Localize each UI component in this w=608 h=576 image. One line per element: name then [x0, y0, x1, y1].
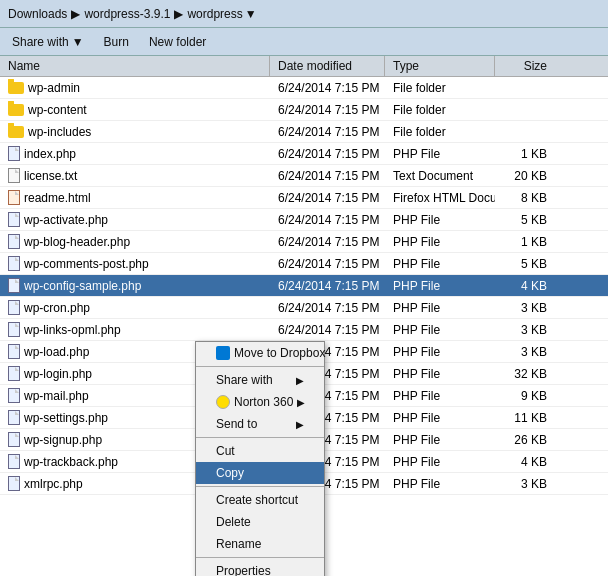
table-row[interactable]: wp-content 6/24/2014 7:15 PM File folder — [0, 99, 608, 121]
table-row[interactable]: wp-includes 6/24/2014 7:15 PM File folde… — [0, 121, 608, 143]
file-type: PHP File — [385, 431, 495, 449]
column-header: Name Date modified Type Size — [0, 56, 608, 77]
file-name: readme.html — [24, 191, 91, 205]
table-row[interactable]: license.txt 6/24/2014 7:15 PM Text Docum… — [0, 165, 608, 187]
file-name-cell: wp-activate.php — [0, 210, 270, 229]
dropbox-icon — [216, 346, 230, 360]
file-size: 3 KB — [495, 321, 555, 339]
ctx-move-to-dropbox[interactable]: Move to Dropbox — [196, 342, 324, 364]
file-name: wp-includes — [28, 125, 91, 139]
ctx-norton-360[interactable]: Norton 360 ▶ — [196, 391, 324, 413]
file-date: 6/24/2014 7:15 PM — [270, 123, 385, 141]
php-file-icon — [8, 476, 20, 491]
file-name: xmlrpc.php — [24, 477, 83, 491]
file-name-cell: wp-config-sample.php — [0, 276, 270, 295]
file-type: PHP File — [385, 255, 495, 273]
table-row[interactable]: wp-blog-header.php 6/24/2014 7:15 PM PHP… — [0, 231, 608, 253]
file-name-cell: license.txt — [0, 166, 270, 185]
main-area: Name Date modified Type Size wp-admin 6/… — [0, 56, 608, 576]
ctx-copy[interactable]: Copy — [196, 462, 324, 484]
ctx-sep-1 — [196, 366, 324, 367]
file-type: File folder — [385, 123, 495, 141]
file-name: wp-admin — [28, 81, 80, 95]
ctx-send-to[interactable]: Send to ▶ — [196, 413, 324, 435]
file-name-cell: wp-includes — [0, 123, 270, 141]
folder-icon — [8, 82, 24, 94]
php-file-icon — [8, 146, 20, 161]
breadcrumb[interactable]: Downloads ▶ wordpress-3.9.1 ▶ wordpress … — [8, 7, 257, 21]
php-file-icon — [8, 234, 20, 249]
file-date: 6/24/2014 7:15 PM — [270, 189, 385, 207]
file-size: 3 KB — [495, 475, 555, 493]
php-file-icon — [8, 454, 20, 469]
table-row[interactable]: wp-config-sample.php 6/24/2014 7:15 PM P… — [0, 275, 608, 297]
col-header-name[interactable]: Name — [0, 56, 270, 76]
file-name: wp-config-sample.php — [24, 279, 141, 293]
file-type: PHP File — [385, 453, 495, 471]
ctx-rename[interactable]: Rename — [196, 533, 324, 555]
file-name-cell: wp-links-opml.php — [0, 320, 270, 339]
file-name: wp-blog-header.php — [24, 235, 130, 249]
ctx-share-arrow: ▶ — [296, 375, 304, 386]
file-size: 20 KB — [495, 167, 555, 185]
table-row[interactable]: wp-admin 6/24/2014 7:15 PM File folder — [0, 77, 608, 99]
address-bar: Downloads ▶ wordpress-3.9.1 ▶ wordpress … — [0, 0, 608, 28]
file-type: PHP File — [385, 343, 495, 361]
file-name: wp-trackback.php — [24, 455, 118, 469]
file-name: wp-settings.php — [24, 411, 108, 425]
txt-file-icon — [8, 168, 20, 183]
php-file-icon — [8, 322, 20, 337]
php-file-icon — [8, 432, 20, 447]
ctx-sep-4 — [196, 557, 324, 558]
php-file-icon — [8, 366, 20, 381]
html-file-icon — [8, 190, 20, 205]
norton-icon — [216, 395, 230, 409]
file-date: 6/24/2014 7:15 PM — [270, 233, 385, 251]
php-file-icon — [8, 278, 20, 293]
breadcrumb-downloads[interactable]: Downloads — [8, 7, 67, 21]
table-row[interactable]: wp-cron.php 6/24/2014 7:15 PM PHP File 3… — [0, 297, 608, 319]
file-type: Firefox HTML Docu... — [385, 189, 495, 207]
file-size: 32 KB — [495, 365, 555, 383]
file-type: PHP File — [385, 387, 495, 405]
file-size: 9 KB — [495, 387, 555, 405]
ctx-create-shortcut[interactable]: Create shortcut — [196, 489, 324, 511]
file-type: PHP File — [385, 145, 495, 163]
share-with-button[interactable]: Share with ▼ — [8, 33, 88, 51]
table-row[interactable]: wp-activate.php 6/24/2014 7:15 PM PHP Fi… — [0, 209, 608, 231]
file-size: 5 KB — [495, 211, 555, 229]
file-name: wp-signup.php — [24, 433, 102, 447]
file-type: PHP File — [385, 277, 495, 295]
file-size: 1 KB — [495, 233, 555, 251]
php-file-icon — [8, 256, 20, 271]
breadcrumb-wp391[interactable]: wordpress-3.9.1 — [84, 7, 170, 21]
file-date: 6/24/2014 7:15 PM — [270, 321, 385, 339]
table-row[interactable]: readme.html 6/24/2014 7:15 PM Firefox HT… — [0, 187, 608, 209]
file-size: 11 KB — [495, 409, 555, 427]
table-row[interactable]: wp-comments-post.php 6/24/2014 7:15 PM P… — [0, 253, 608, 275]
file-size — [495, 86, 555, 90]
file-date: 6/24/2014 7:15 PM — [270, 299, 385, 317]
file-type: PHP File — [385, 365, 495, 383]
ctx-send-arrow: ▶ — [296, 419, 304, 430]
burn-button[interactable]: Burn — [100, 33, 133, 51]
file-list-container[interactable]: Name Date modified Type Size wp-admin 6/… — [0, 56, 608, 576]
ctx-properties[interactable]: Properties — [196, 560, 324, 576]
file-name-cell: wp-admin — [0, 79, 270, 97]
new-folder-button[interactable]: New folder — [145, 33, 210, 51]
ctx-share-with[interactable]: Share with ▶ — [196, 369, 324, 391]
table-row[interactable]: wp-links-opml.php 6/24/2014 7:15 PM PHP … — [0, 319, 608, 341]
file-type: PHP File — [385, 233, 495, 251]
table-row[interactable]: index.php 6/24/2014 7:15 PM PHP File 1 K… — [0, 143, 608, 165]
col-header-type[interactable]: Type — [385, 56, 495, 76]
col-header-date[interactable]: Date modified — [270, 56, 385, 76]
ctx-cut[interactable]: Cut — [196, 440, 324, 462]
breadcrumb-dropdown-icon[interactable]: ▼ — [245, 7, 257, 21]
file-name: license.txt — [24, 169, 77, 183]
file-name: wp-activate.php — [24, 213, 108, 227]
ctx-delete[interactable]: Delete — [196, 511, 324, 533]
col-header-size[interactable]: Size — [495, 56, 555, 76]
file-size: 8 KB — [495, 189, 555, 207]
breadcrumb-wordpress[interactable]: wordpress — [187, 7, 242, 21]
file-name-cell: wp-comments-post.php — [0, 254, 270, 273]
